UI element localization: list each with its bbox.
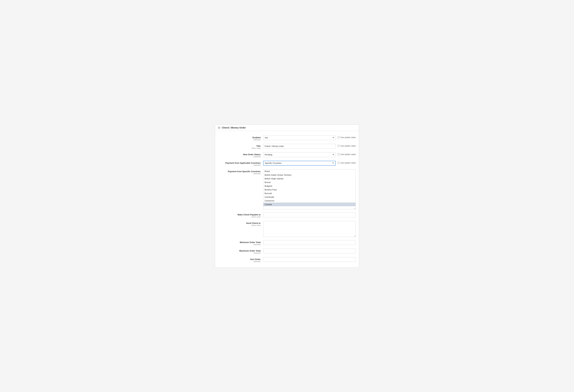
enabled-control-col: Yes No Use system value (263, 135, 356, 140)
title-row: Title [store view] Use system value (215, 143, 359, 150)
sort-order-input[interactable] (263, 257, 356, 262)
minimum-order-total-input[interactable] (263, 240, 356, 245)
payment-applicable-countries-label-col: Payment from Applicable Countries [websi… (218, 161, 263, 166)
new-order-status-label: New Order Status (218, 153, 261, 156)
list-item[interactable]: Burkina Faso (263, 188, 356, 191)
collapse-icon (218, 127, 220, 129)
collapse-button[interactable] (218, 126, 221, 129)
enabled-use-system-checkbox[interactable] (338, 136, 340, 138)
make-check-payable-label-col: Make Check Payable to [store view] (218, 212, 263, 218)
new-order-status-select[interactable]: Pending Processing (263, 152, 336, 157)
title-use-system-label: Use system value (341, 145, 356, 147)
make-check-payable-scope: [store view] (218, 216, 261, 218)
make-check-payable-row: Make Check Payable to [store view] (215, 211, 359, 219)
payment-specific-countries-row: Payment from Specific Countries [website… (215, 168, 359, 211)
payment-specific-countries-scope: [website] (218, 173, 261, 175)
new-order-status-use-system-wrap: Use system value (338, 152, 356, 155)
sort-order-label-col: Sort Order [website] (218, 257, 263, 262)
list-item[interactable]: Canada (263, 203, 356, 206)
maximum-order-total-label: Maximum Order Total (218, 250, 261, 252)
make-check-payable-control-col (263, 212, 356, 217)
send-check-to-label-col: Send Check to [store view] (218, 221, 263, 226)
payment-applicable-countries-select[interactable]: All Allowed Countries Specific Countries (263, 161, 336, 166)
minimum-order-total-row: Minimum Order Total [website] (215, 239, 359, 247)
minimum-order-total-control-col (263, 240, 356, 245)
enabled-row: Enabled [website] Yes No Use system valu… (215, 134, 359, 142)
list-item[interactable]: British Virgin Islands (263, 177, 356, 181)
sort-order-scope: [website] (218, 261, 261, 262)
title-scope: [store view] (218, 147, 261, 149)
payment-applicable-countries-use-system-wrap: Use system value (338, 161, 356, 164)
list-item[interactable]: Cambodia (263, 195, 356, 199)
make-check-payable-label: Make Check Payable to (218, 213, 261, 216)
maximum-order-total-label-col: Maximum Order Total [website] (218, 249, 263, 254)
maximum-order-total-input[interactable] (263, 249, 356, 253)
minimum-order-total-scope: [website] (218, 243, 261, 245)
payment-specific-countries-label: Payment from Specific Countries (218, 170, 261, 173)
panel-title: Check / Money Order (222, 126, 246, 129)
payment-specific-countries-label-col: Payment from Specific Countries [website… (218, 169, 263, 175)
list-item[interactable]: Burundi (263, 191, 356, 195)
enabled-use-system-wrap: Use system value (338, 135, 356, 139)
title-use-system-wrap: Use system value (338, 144, 356, 147)
new-order-status-use-system-checkbox[interactable] (338, 153, 340, 155)
send-check-to-textarea[interactable] (263, 221, 356, 237)
minimum-order-total-label: Minimum Order Total (218, 241, 261, 243)
enabled-label: Enabled (218, 136, 261, 139)
payment-applicable-countries-label: Payment from Applicable Countries (218, 162, 261, 164)
list-item[interactable]: British Indian Ocean Territory (263, 173, 356, 177)
maximum-order-total-row: Maximum Order Total [website] (215, 247, 359, 255)
payment-specific-countries-control-col: Brazil British Indian Ocean Territory Br… (263, 169, 356, 209)
panel-body: Enabled [website] Yes No Use system valu… (215, 131, 359, 267)
list-item[interactable]: Bulgaria (263, 184, 356, 188)
maximum-order-total-scope: [website] (218, 252, 261, 254)
sort-order-row: Sort Order [website] (215, 256, 359, 264)
send-check-to-row: Send Check to [store view] (215, 220, 359, 238)
payment-applicable-countries-scope: [website] (218, 164, 261, 166)
new-order-status-use-system-label: Use system value (341, 153, 356, 155)
send-check-to-scope: [store view] (218, 224, 261, 226)
check-money-order-panel: Check / Money Order Enabled [website] Ye… (215, 125, 359, 268)
send-check-to-label: Send Check to (218, 222, 261, 224)
new-order-status-control-col: Pending Processing Use system value (263, 152, 356, 157)
enabled-scope: [website] (218, 139, 261, 141)
title-input[interactable] (263, 144, 336, 149)
enabled-use-system-label: Use system value (341, 136, 356, 139)
maximum-order-total-control-col (263, 249, 356, 253)
title-use-system-checkbox[interactable] (338, 145, 340, 147)
new-order-status-row: New Order Status [website] Pending Proce… (215, 151, 359, 159)
payment-applicable-countries-control-col: All Allowed Countries Specific Countries… (263, 161, 356, 166)
payment-applicable-countries-row: Payment from Applicable Countries [websi… (215, 160, 359, 167)
new-order-status-label-col: New Order Status [website] (218, 152, 263, 158)
title-label: Title (218, 145, 261, 147)
payment-applicable-countries-use-system-label: Use system value (341, 162, 356, 164)
payment-applicable-countries-use-system-checkbox[interactable] (338, 162, 340, 164)
send-check-to-control-col (263, 221, 356, 237)
make-check-payable-input[interactable] (263, 212, 356, 217)
payment-specific-countries-listbox-container: Brazil British Indian Ocean Territory Br… (263, 169, 356, 209)
list-item[interactable]: Brunei (263, 181, 356, 184)
title-control-col: Use system value (263, 144, 356, 149)
minimum-order-total-label-col: Minimum Order Total [website] (218, 240, 263, 245)
panel-header: Check / Money Order (215, 125, 359, 131)
enabled-label-col: Enabled [website] (218, 135, 263, 141)
sort-order-label: Sort Order (218, 258, 261, 261)
sort-order-control-col (263, 257, 356, 262)
new-order-status-scope: [website] (218, 156, 261, 158)
list-item[interactable]: Brazil (263, 169, 356, 173)
enabled-select[interactable]: Yes No (263, 135, 336, 140)
list-item[interactable]: Cameroon (263, 199, 356, 203)
payment-specific-countries-listbox[interactable]: Brazil British Indian Ocean Territory Br… (263, 169, 356, 209)
title-label-col: Title [store view] (218, 144, 263, 149)
